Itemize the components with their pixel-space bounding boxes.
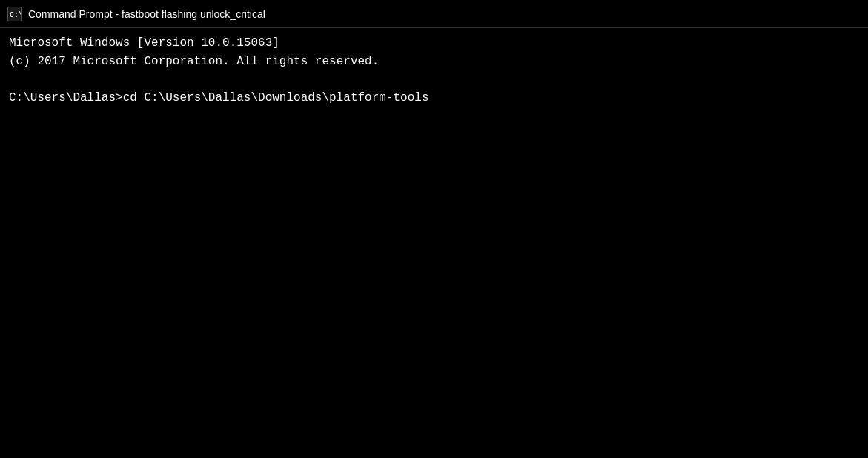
title-bar: C:\ Command Prompt - fastboot flashing u…: [0, 0, 868, 28]
command-prompt-window: C:\ Command Prompt - fastboot flashing u…: [0, 0, 868, 458]
terminal-line-2: (c) 2017 Microsoft Corporation. All righ…: [9, 53, 859, 71]
terminal-line-1: Microsoft Windows [Version 10.0.15063]: [9, 34, 859, 53]
window-title: Command Prompt - fastboot flashing unloc…: [28, 8, 265, 20]
svg-text:C:\: C:\: [10, 11, 21, 19]
cmd-icon: C:\: [7, 7, 22, 21]
terminal-blank-line: [9, 71, 859, 90]
terminal-body[interactable]: Microsoft Windows [Version 10.0.15063] (…: [0, 28, 868, 458]
terminal-line-3: C:\Users\Dallas>cd C:\Users\Dallas\Downl…: [9, 89, 859, 107]
